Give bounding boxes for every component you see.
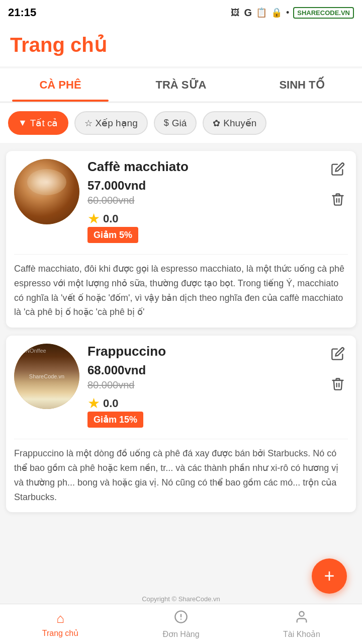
delete-button-1[interactable]: [328, 189, 348, 209]
dot-icon: •: [286, 8, 289, 18]
nav-tai-khoan[interactable]: Tài Khoản: [241, 604, 362, 644]
add-icon: +: [324, 567, 334, 585]
product-original-price-2: 80.000vnd: [87, 379, 348, 391]
content-area: Caffè macchiato 57.000vnd 60.000vnd ★ 0.…: [0, 143, 362, 573]
home-icon: ⌂: [56, 611, 64, 626]
product-info-1: Caffè macchiato 57.000vnd 60.000vnd ★ 0.…: [87, 159, 348, 247]
image-watermark-2: ShareCode.vn: [29, 373, 64, 379]
product-price-2: 68.000vnd: [87, 363, 348, 377]
product-actions-2: [328, 344, 348, 394]
edit-icon-2: [331, 347, 345, 361]
product-actions-1: [328, 159, 348, 209]
filter-khuyen[interactable]: ✿ Khuyến: [203, 111, 266, 135]
delete-button-2[interactable]: [328, 374, 348, 394]
filter-xep-hang[interactable]: ☆ Xếp hạng: [74, 111, 148, 135]
product-top-2: ShareCode.vn Frappuccino 68.000vnd 80.00…: [14, 344, 348, 432]
product-image-2: ShareCode.vn: [14, 344, 79, 409]
rating-value-2: 0.0: [103, 397, 119, 410]
tab-ca-phe[interactable]: CÀ PHÊ: [0, 68, 121, 102]
lock-icon: 🔒: [271, 7, 282, 18]
star-icon-1: ★: [87, 210, 100, 227]
filter-tat-ca[interactable]: ▼ Tất cả: [8, 111, 68, 135]
edit-button-1[interactable]: [328, 159, 348, 179]
page-title: Trang chủ: [10, 33, 352, 56]
tab-tra-sua[interactable]: TRÀ SỮA: [121, 68, 241, 102]
product-price-1: 57.000vnd: [87, 179, 348, 193]
add-fab-button[interactable]: +: [312, 558, 347, 594]
g-icon: G: [244, 7, 252, 19]
nav-label-trang-chu: Trang chủ: [42, 628, 79, 638]
header: Trang chủ: [0, 25, 362, 66]
product-name-2: Frappuccino: [87, 344, 348, 359]
discount-badge-1: Giảm 5%: [87, 227, 138, 243]
filter-gia[interactable]: $ Giá: [154, 111, 197, 135]
product-name-1: Caffè macchiato: [87, 159, 348, 175]
product-top-1: Caffè macchiato 57.000vnd 60.000vnd ★ 0.…: [14, 159, 348, 247]
delete-icon-2: [331, 377, 345, 391]
star-icon-2: ★: [87, 395, 100, 412]
star-filter-icon: ☆: [84, 118, 93, 129]
bottom-nav: ⌂ Trang chủ Copyright © ShareCode.vn Đơn…: [0, 604, 362, 644]
status-time: 21:15: [8, 6, 36, 19]
orders-icon: [174, 610, 188, 627]
status-bar: 21:15 🖼 G 📋 🔒 • SHARECODE.VN: [0, 0, 362, 25]
status-icons: 🖼 G 📋 🔒 • SHARECODE.VN: [231, 7, 354, 19]
product-card-1: Caffè macchiato 57.000vnd 60.000vnd ★ 0.…: [6, 151, 356, 328]
discount-badge-2: Giảm 15%: [87, 412, 143, 428]
svg-point-3: [299, 611, 304, 616]
sim-icon: 📋: [256, 7, 267, 18]
flower-filter-icon: ✿: [213, 118, 220, 129]
product-image-1: [14, 159, 79, 224]
rating-value-1: 0.0: [103, 212, 119, 225]
tab-sinh-to[interactable]: SINH TỐ: [241, 68, 362, 102]
account-icon: [295, 610, 309, 627]
product-rating-1: ★ 0.0: [87, 210, 348, 227]
product-description-2: Frappuccino là một dòng đồ uống cà phê đ…: [14, 439, 348, 504]
image-icon: 🖼: [231, 8, 240, 18]
coffee-macchiato-image: [14, 159, 79, 224]
product-original-price-1: 60.000vnd: [87, 195, 348, 206]
dollar-filter-icon: $: [164, 118, 169, 128]
filter-bar: ▼ Tất cả ☆ Xếp hạng $ Giá ✿ Khuyến: [0, 103, 362, 143]
nav-label-don-hang: Đơn Hàng: [162, 629, 199, 639]
product-rating-2: ★ 0.0: [87, 395, 348, 412]
sharecode-logo: SHARECODE.VN: [293, 7, 354, 19]
delete-icon-1: [331, 192, 345, 206]
coffee-frappuccino-image: ShareCode.vn: [14, 344, 79, 409]
filter-icon: ▼: [18, 118, 27, 128]
edit-button-2[interactable]: [328, 344, 348, 364]
tabs-container: CÀ PHÊ TRÀ SỮA SINH TỐ: [0, 68, 362, 102]
copyright-text: Copyright © ShareCode.vn: [106, 595, 256, 603]
product-card-2: ShareCode.vn Frappuccino 68.000vnd 80.00…: [6, 336, 356, 512]
product-description-1: Caffè macchiato, đôi khi được gọi là esp…: [14, 254, 348, 319]
nav-don-hang[interactable]: Copyright © ShareCode.vn Đơn Hàng: [121, 604, 241, 644]
edit-icon-1: [331, 162, 345, 176]
nav-trang-chu[interactable]: ⌂ Trang chủ: [0, 604, 121, 644]
product-info-2: Frappuccino 68.000vnd 80.000vnd ★ 0.0 Gi…: [87, 344, 348, 432]
nav-label-tai-khoan: Tài Khoản: [283, 629, 320, 639]
